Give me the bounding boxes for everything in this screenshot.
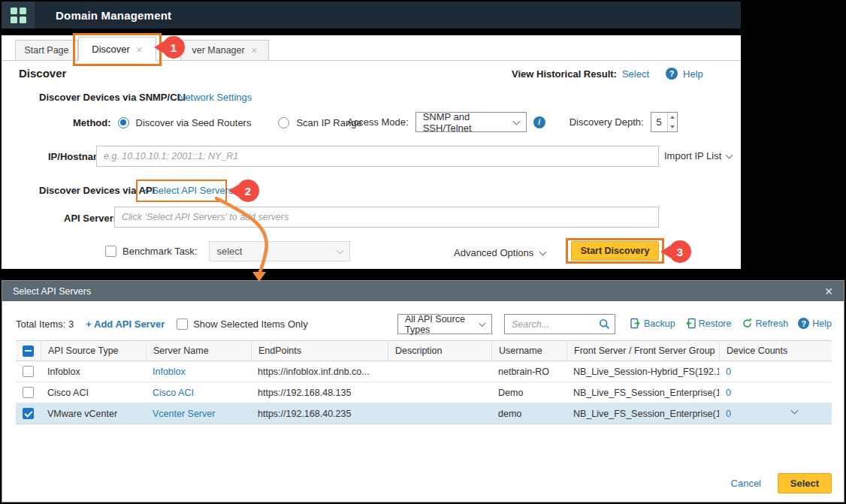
cell-username: netbrain-RO [491, 367, 567, 377]
dialog-footer: Cancel Select [731, 473, 832, 493]
method-label: Method: [73, 117, 111, 128]
historical-select-link[interactable]: Select [622, 68, 649, 80]
cell-server-name-link[interactable]: Infoblox [146, 367, 251, 377]
snmp-section-title: Discover Devices via SNMP/CLI [39, 92, 186, 103]
view-historical-group: View Historical Result: Select ? Help [512, 68, 703, 80]
table-row-selected[interactable]: VMware vCenter Vcenter Server https://19… [16, 403, 832, 424]
row-checkbox[interactable] [23, 366, 34, 377]
access-mode-select[interactable]: SNMP and SSH/Telnet [415, 112, 527, 132]
dialog-title: Select API Servers [13, 286, 91, 297]
column-header[interactable]: EndPoints [251, 341, 388, 361]
dialog-help-button[interactable]: ? Help [798, 318, 832, 329]
refresh-button[interactable]: Refresh [742, 318, 789, 329]
start-discovery-button[interactable]: Start Discovery [571, 241, 659, 261]
restore-button[interactable]: Restore [685, 318, 732, 329]
table-row[interactable]: Cisco ACI Cisco ACI https://192.168.48.1… [16, 382, 832, 403]
search-box[interactable] [504, 314, 615, 334]
step-badge-1: 1 [162, 36, 185, 59]
api-servers-label: API Servers: [64, 213, 122, 224]
page-title: Discover [19, 67, 66, 80]
app-header-bar: Domain Management [2, 2, 741, 29]
app-grid-icon [11, 8, 26, 23]
backup-label: Backup [644, 318, 675, 329]
search-icon[interactable] [599, 318, 610, 330]
cell-front-server: NB_Live_Session-Hybrid_FS(192.168.31.... [567, 367, 719, 377]
cell-source-type: Cisco ACI [41, 388, 146, 398]
advanced-options-dropdown[interactable]: Advanced Options [454, 247, 545, 258]
tab-server-manager[interactable]: ver Manager [180, 40, 269, 60]
select-button[interactable]: Select [778, 473, 832, 493]
import-ip-list-dropdown[interactable]: Import IP List [664, 150, 732, 161]
select-api-servers-dialog: Select API Servers Total Items: 3 + Add … [2, 280, 844, 502]
backup-button[interactable]: Backup [630, 318, 675, 329]
row-checkbox[interactable] [23, 408, 34, 419]
help-link[interactable]: Help [683, 68, 703, 80]
api-source-type-filter[interactable]: All API Source Types [397, 314, 492, 334]
discovery-depth-value: 5 [651, 113, 667, 131]
total-items-label: Total Items: 3 [16, 318, 74, 330]
dialog-help-label: Help [812, 318, 832, 329]
select-api-servers-link[interactable]: + Select API Servers [144, 185, 234, 196]
chevron-down-icon [337, 246, 344, 254]
benchmark-task-select[interactable]: select [209, 241, 350, 261]
tab-label: Discover [92, 44, 130, 55]
cell-username: demo [491, 409, 567, 419]
cell-device-counts-link[interactable]: 0 [719, 367, 832, 377]
tab-discover[interactable]: Discover [78, 37, 156, 61]
close-icon[interactable] [136, 45, 143, 54]
column-header[interactable]: Server Name [146, 341, 251, 361]
cell-device-counts-link[interactable]: 0 [719, 409, 832, 419]
info-icon[interactable]: i [533, 116, 545, 128]
advanced-options-label: Advanced Options [454, 247, 533, 258]
refresh-icon [742, 318, 753, 329]
benchmark-row: Benchmark Task: select [105, 241, 350, 261]
import-ip-list-label: Import IP List [664, 150, 721, 161]
column-header[interactable]: Device Counts [719, 341, 832, 361]
search-input[interactable] [505, 315, 599, 333]
cell-endpoints: https://infoblox.inf.dnb.co... [251, 367, 388, 377]
help-icon[interactable]: ? [666, 68, 678, 80]
view-historical-label: View Historical Result: [512, 68, 617, 80]
access-mode-row: Access Mode: SNMP and SSH/Telnet i Disco… [347, 112, 678, 132]
radio-seed-routers-label: Discover via Seed Routers [136, 117, 252, 128]
row-checkbox[interactable] [23, 387, 34, 398]
cell-server-name-link[interactable]: Vcenter Server [146, 409, 251, 419]
ip-hostname-input[interactable] [96, 146, 659, 167]
discovery-depth-label: Discovery Depth: [570, 116, 644, 128]
tab-start-page[interactable]: Start Page [15, 40, 78, 60]
api-section-title: Discover Devices via API [39, 185, 155, 196]
column-header[interactable]: API Source Type [41, 341, 146, 361]
discovery-depth-stepper[interactable]: 5 [651, 112, 678, 132]
tab-label: Start Page [24, 45, 68, 56]
dialog-toolbar-right: Backup Restore Refresh ? Help [630, 318, 832, 329]
cell-endpoints: https://192.168.40.235 [251, 409, 388, 419]
radio-scan-ip-range[interactable] [278, 117, 289, 128]
radio-seed-routers[interactable] [118, 117, 129, 128]
benchmark-checkbox[interactable] [105, 246, 116, 257]
table-header-row: API Source Type Server Name EndPoints De… [16, 340, 832, 361]
select-all-checkbox[interactable] [23, 346, 34, 357]
close-icon[interactable] [251, 46, 258, 55]
chevron-down-icon [726, 151, 733, 158]
network-settings-link[interactable]: Network Settings [178, 92, 252, 103]
column-header[interactable]: Front Server / Front Server Group [567, 341, 719, 361]
api-servers-input[interactable] [114, 207, 659, 228]
app-menu-button[interactable] [2, 2, 35, 29]
cancel-button[interactable]: Cancel [731, 478, 761, 489]
table-row[interactable]: Infoblox Infoblox https://infoblox.inf.d… [16, 361, 832, 382]
column-header[interactable]: Description [388, 341, 491, 361]
add-api-server-link[interactable]: + Add API Server [86, 318, 165, 330]
refresh-label: Refresh [756, 318, 789, 329]
cell-username: Demo [491, 388, 567, 398]
access-mode-value: SNMP and SSH/Telnet [423, 111, 514, 134]
cell-device-counts-link[interactable]: 0 [719, 388, 832, 398]
column-header[interactable]: Username [491, 341, 567, 361]
benchmark-label: Benchmark Task: [122, 246, 197, 257]
tab-label: ver Manager [192, 45, 245, 56]
show-selected-checkbox[interactable] [177, 318, 188, 330]
backup-icon [630, 318, 641, 329]
cell-endpoints: https://192.168.48.135 [251, 388, 388, 398]
screen: Domain Management Start Page Discover ve… [0, 0, 846, 504]
cell-server-name-link[interactable]: Cisco ACI [146, 388, 251, 398]
close-icon[interactable] [824, 285, 833, 297]
